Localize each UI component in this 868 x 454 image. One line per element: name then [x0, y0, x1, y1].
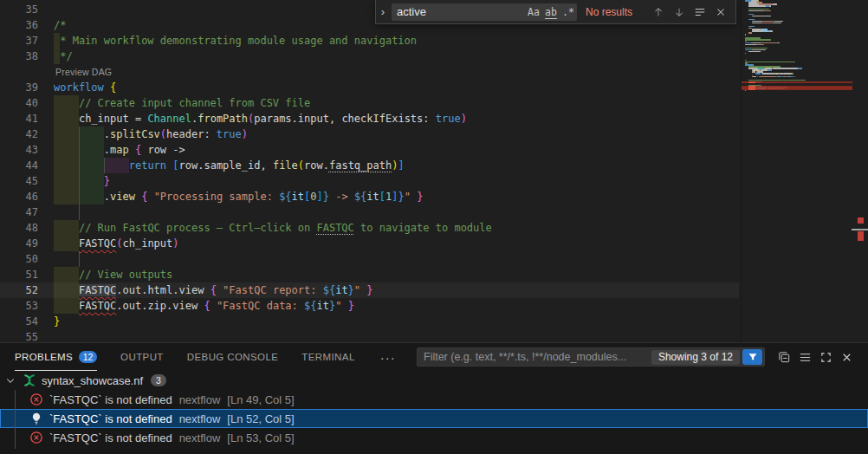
code-line-53[interactable]: 53 FASTQC.out.zip.view { "FastQC data: $… [0, 298, 739, 314]
line-text: /* [54, 17, 66, 33]
code-line-42[interactable]: 42 .splitCsv(header: true) [0, 126, 739, 142]
whole-word-icon[interactable]: ab [542, 6, 560, 18]
collapse-all-icon[interactable] [774, 347, 794, 366]
code-line-39[interactable]: 39workflow { [0, 80, 739, 95]
minimap-line [794, 76, 794, 77]
close-panel-icon[interactable] [837, 347, 856, 366]
find-widget: › active Aa ab .* No results [375, 0, 736, 24]
line-number[interactable]: 55 [0, 329, 38, 342]
code-lens-preview-dag[interactable]: Preview DAG [0, 64, 739, 80]
more-views-icon[interactable]: ··· [380, 350, 396, 365]
line-number[interactable]: 42 [0, 126, 38, 142]
minimap-line [773, 23, 781, 23]
minimap-line [745, 39, 771, 40]
line-text: workflow { [54, 80, 116, 95]
line-number[interactable]: 44 [0, 158, 38, 173]
line-number[interactable]: 52 [0, 282, 38, 298]
view-as-table-icon[interactable] [795, 347, 814, 366]
find-input[interactable]: active Aa ab .* [392, 3, 577, 21]
problems-file-badge: 3 [151, 374, 166, 386]
line-number[interactable]: 39 [0, 80, 38, 95]
code-line-40[interactable]: 40 // Create input channel from CSV file [0, 95, 739, 111]
line-number[interactable]: 49 [0, 236, 38, 251]
code-line-38[interactable]: 38 */ [0, 49, 739, 64]
code-line-55[interactable]: 55 [0, 329, 739, 342]
previous-match-icon[interactable] [648, 3, 669, 22]
ruler-cursor-mark [852, 229, 868, 230]
problems-filter-input[interactable]: Filter (e.g. text, **/*.ts, !**/node_mod… [417, 347, 765, 366]
line-number[interactable]: 38 [0, 49, 38, 64]
line-number[interactable]: 35 [0, 2, 38, 17]
tab-problems[interactable]: PROBLEMS12 [15, 344, 97, 371]
close-find-icon[interactable] [710, 3, 731, 22]
minimap-line [752, 23, 762, 23]
code-line-51[interactable]: 51 // View outputs [0, 267, 739, 282]
minimap[interactable] [741, 0, 852, 342]
next-match-icon[interactable] [669, 3, 690, 22]
code-line-45[interactable]: 45 } [0, 173, 739, 189]
code-line-49[interactable]: 49 FASTQC(ch_input) [0, 236, 739, 251]
problems-file-row[interactable]: syntax_showcase.nf 3 [0, 371, 868, 390]
code-line-37[interactable]: 37 * Main workflow demonstrating module … [0, 33, 739, 49]
code-line-47[interactable]: 47 [0, 204, 739, 220]
match-case-icon[interactable]: Aa [525, 6, 542, 18]
line-text: ch_input = Channel.fromPath(params.input… [54, 111, 467, 126]
tab-debug-console[interactable]: DEBUG CONSOLE [187, 344, 279, 371]
line-number[interactable]: 46 [0, 189, 38, 204]
line-number[interactable]: 50 [0, 251, 38, 267]
tab-terminal[interactable]: TERMINAL [301, 344, 354, 371]
line-text: FASTQC.out.html.view { "FastQC report: $… [54, 282, 373, 298]
problem-message: `FASTQC` is not defined [49, 412, 172, 425]
line-number[interactable]: 36 [0, 17, 38, 33]
filter-funnel-icon[interactable] [742, 349, 762, 365]
line-number[interactable]: 54 [0, 314, 38, 329]
code-line-46[interactable]: 46 .view { "Processing sample: ${it[0]} … [0, 189, 739, 204]
problem-location: [Ln 52, Col 5] [227, 412, 294, 425]
chevron-down-icon[interactable] [3, 375, 17, 386]
minimap-line [773, 3, 777, 4]
line-number[interactable]: 40 [0, 95, 38, 111]
toggle-replace-button[interactable]: › [376, 0, 390, 23]
lightbulb-icon[interactable] [29, 412, 43, 425]
find-result-count: No results [586, 6, 648, 18]
minimap-line [754, 26, 755, 27]
line-number[interactable]: 48 [0, 220, 38, 236]
code-line-41[interactable]: 41 ch_input = Channel.fromPath(params.in… [0, 111, 739, 126]
problem-row-3[interactable]: `FASTQC` is not definednextflow[Ln 53, C… [0, 428, 868, 447]
line-text: return [row.sample_id, file(row.fastq_pa… [54, 158, 405, 173]
line-number[interactable]: 47 [0, 204, 38, 220]
minimap-line [748, 51, 761, 52]
code-line-44[interactable]: 44 return [row.sample_id, file(row.fastq… [0, 158, 739, 173]
minimap-line [754, 19, 755, 20]
overview-ruler[interactable] [852, 0, 868, 342]
find-in-selection-icon[interactable] [690, 3, 710, 22]
filter-count-badge: Showing 3 of 12 [651, 350, 740, 365]
minimap-line [757, 76, 758, 77]
problem-location: [Ln 53, Col 5] [227, 431, 294, 444]
line-number[interactable]: 51 [0, 267, 38, 282]
minimap-line [762, 23, 773, 23]
tab-output[interactable]: OUTPUT [120, 344, 164, 371]
regex-icon[interactable]: .* [560, 6, 577, 18]
minimap-line [759, 76, 776, 77]
minimap-line [745, 53, 746, 54]
line-number[interactable]: 41 [0, 111, 38, 126]
code-line-48[interactable]: 48 // Run FastQC process – Ctrl–click on… [0, 220, 739, 236]
maximize-panel-icon[interactable] [816, 347, 835, 366]
line-number[interactable]: 43 [0, 142, 38, 158]
code-line-52[interactable]: 52 FASTQC.out.html.view { "FastQC report… [0, 282, 739, 298]
bottom-panel: PROBLEMS12OUTPUTDEBUG CONSOLETERMINAL ··… [0, 342, 868, 454]
line-text: } [54, 173, 110, 189]
problem-row-1[interactable]: `FASTQC` is not definednextflow[Ln 49, C… [0, 390, 868, 409]
code-line-43[interactable]: 43 .map { row -> [0, 142, 739, 158]
problem-row-2[interactable]: `FASTQC` is not definednextflow[Ln 52, C… [0, 409, 868, 428]
code-editor[interactable]: 3536/*37 * Main workflow demonstrating m… [0, 0, 868, 342]
line-number[interactable]: 37 [0, 33, 38, 49]
code-line-50[interactable]: 50 [0, 251, 739, 267]
code-line-54[interactable]: 54} [0, 314, 739, 329]
line-text: .map { row -> [54, 142, 185, 158]
minimap-error-word [748, 88, 755, 89]
line-number[interactable]: 53 [0, 298, 38, 314]
line-number[interactable]: 45 [0, 173, 38, 189]
error-icon [29, 392, 43, 406]
